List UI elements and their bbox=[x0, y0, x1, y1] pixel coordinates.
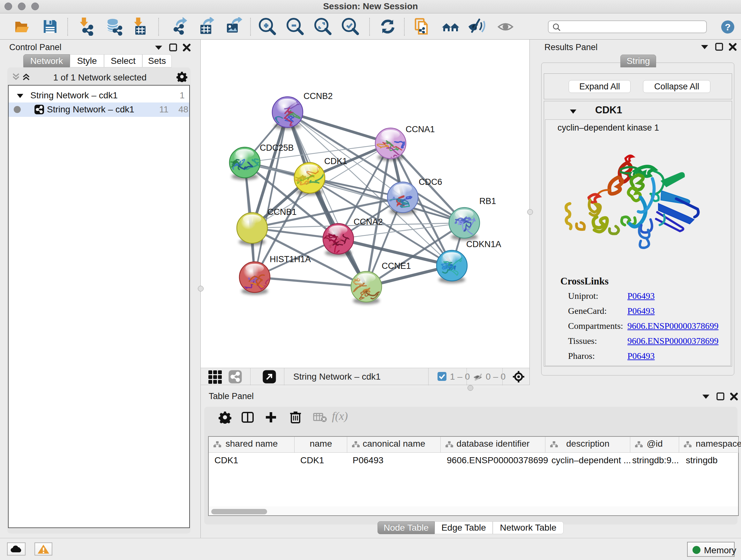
svg-text:CCNE1: CCNE1 bbox=[382, 261, 411, 271]
svg-text:CDK1: CDK1 bbox=[324, 157, 347, 166]
svg-text:CCNB1: CCNB1 bbox=[267, 207, 297, 217]
svg-text:CDC25B: CDC25B bbox=[260, 143, 294, 152]
svg-text:CCNA2: CCNA2 bbox=[354, 217, 383, 227]
svg-text:CCNB2: CCNB2 bbox=[304, 91, 333, 101]
svg-text:CDKN1A: CDKN1A bbox=[466, 240, 501, 249]
svg-text:HIST1H1A: HIST1H1A bbox=[270, 254, 311, 264]
svg-text:RB1: RB1 bbox=[479, 196, 496, 206]
svg-text:CDC6: CDC6 bbox=[419, 177, 442, 187]
svg-text:CCNA1: CCNA1 bbox=[406, 125, 435, 134]
